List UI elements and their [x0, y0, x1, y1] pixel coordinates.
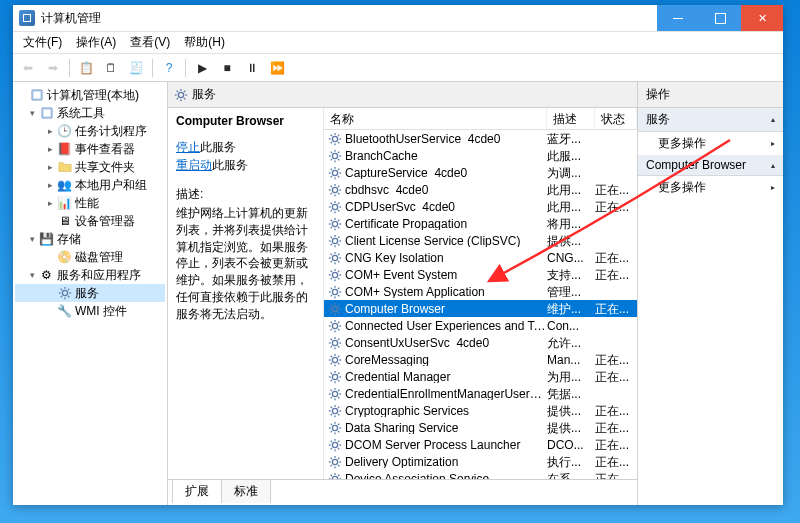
tree-sharedfolders[interactable]: ▸共享文件夹: [15, 158, 165, 176]
gear-icon: [327, 233, 342, 248]
service-row[interactable]: Certificate Propagation将用...: [324, 215, 637, 232]
service-row[interactable]: BluetoothUserService_4cde0蓝牙...: [324, 130, 637, 147]
restart-service-link[interactable]: 重启动: [176, 158, 212, 172]
service-name: Connected User Experiences and Teleme...: [345, 320, 547, 332]
service-desc: 允许...: [547, 337, 595, 349]
minimize-button[interactable]: [657, 5, 699, 31]
service-row[interactable]: DCOM Server Process LauncherDCO...正在...: [324, 436, 637, 453]
service-desc: 凭据...: [547, 388, 595, 400]
service-row[interactable]: BranchCache此服...: [324, 147, 637, 164]
tab-extended[interactable]: 扩展: [172, 479, 222, 503]
stop-icon[interactable]: ■: [216, 57, 238, 79]
col-desc[interactable]: 描述: [547, 108, 595, 129]
actions-section-browser[interactable]: Computer Browser▴: [638, 155, 783, 176]
help-icon[interactable]: ?: [158, 57, 180, 79]
service-row[interactable]: CoreMessagingMan...正在...: [324, 351, 637, 368]
service-detail: Computer Browser 停止此服务 重启动此服务 描述: 维护网络上计…: [168, 108, 323, 479]
service-row[interactable]: CNG Key IsolationCNG...正在...: [324, 249, 637, 266]
tree-eventviewer[interactable]: ▸📕事件查看器: [15, 140, 165, 158]
tree-services-apps[interactable]: ▾⚙服务和应用程序: [15, 266, 165, 284]
service-row[interactable]: Delivery Optimization执行...正在...: [324, 453, 637, 470]
restart-icon[interactable]: ⏩: [266, 57, 288, 79]
service-row[interactable]: Data Sharing Service提供...正在...: [324, 419, 637, 436]
service-name: Cryptographic Services: [345, 405, 547, 417]
service-desc: 管理...: [547, 286, 595, 298]
service-row[interactable]: Credential Manager为用...正在...: [324, 368, 637, 385]
menu-help[interactable]: 帮助(H): [178, 32, 231, 53]
service-row[interactable]: COM+ System Application管理...: [324, 283, 637, 300]
service-name: COM+ System Application: [345, 286, 547, 298]
gear-icon: [327, 403, 342, 418]
service-desc: 此用...: [547, 201, 595, 213]
service-desc: CNG...: [547, 252, 595, 264]
col-name[interactable]: 名称: [324, 108, 547, 129]
tree-diskmgmt[interactable]: 📀磁盘管理: [15, 248, 165, 266]
cut-icon[interactable]: 📋: [75, 57, 97, 79]
actions-more-1[interactable]: 更多操作▸: [638, 132, 783, 155]
service-desc: 在系...: [547, 473, 595, 480]
view-tabs: 扩展 标准: [168, 479, 637, 505]
service-desc: 执行...: [547, 456, 595, 468]
tab-standard[interactable]: 标准: [221, 479, 271, 503]
service-row[interactable]: Cryptographic Services提供...正在...: [324, 402, 637, 419]
service-name: Credential Manager: [345, 371, 547, 383]
service-name: ConsentUxUserSvc_4cde0: [345, 337, 547, 349]
service-row[interactable]: CDPUserSvc_4cde0此用...正在...: [324, 198, 637, 215]
back-icon[interactable]: ⬅: [17, 57, 39, 79]
collapse-icon: ▴: [771, 161, 775, 170]
tree-systools[interactable]: ▾ 系统工具: [15, 104, 165, 122]
tree-localusers[interactable]: ▸👥本地用户和组: [15, 176, 165, 194]
gear-icon: [327, 352, 342, 367]
tree-services[interactable]: 服务: [15, 284, 165, 302]
close-button[interactable]: [741, 5, 783, 31]
service-desc: 此服...: [547, 150, 595, 162]
service-row[interactable]: cbdhsvc_4cde0此用...正在...: [324, 181, 637, 198]
service-row[interactable]: CredentialEnrollmentManagerUserSvc_4c...…: [324, 385, 637, 402]
service-name: DCOM Server Process Launcher: [345, 439, 547, 451]
service-row[interactable]: Connected User Experiences and Teleme...…: [324, 317, 637, 334]
service-row[interactable]: ConsentUxUserSvc_4cde0允许...: [324, 334, 637, 351]
gear-icon: [327, 301, 342, 316]
gear-icon: [327, 454, 342, 469]
tree-devicemgr[interactable]: 🖥设备管理器: [15, 212, 165, 230]
gear-icon: [327, 148, 342, 163]
service-name: CNG Key Isolation: [345, 252, 547, 264]
service-status: 正在...: [595, 269, 637, 281]
forward-icon[interactable]: ➡: [42, 57, 64, 79]
actions-section-services[interactable]: 服务▴: [638, 108, 783, 132]
actions-more-2[interactable]: 更多操作▸: [638, 176, 783, 199]
service-row[interactable]: Device Association Service在系...正在...: [324, 470, 637, 479]
maximize-button[interactable]: [699, 5, 741, 31]
service-desc: Con...: [547, 320, 595, 332]
service-desc: 将用...: [547, 218, 595, 230]
gear-icon: [327, 199, 342, 214]
service-desc: DCO...: [547, 439, 595, 451]
service-row[interactable]: Computer Browser维护...正在...: [324, 300, 637, 317]
col-status[interactable]: 状态: [595, 108, 637, 129]
service-name: Data Sharing Service: [345, 422, 547, 434]
prop-icon[interactable]: 🧾: [125, 57, 147, 79]
menu-view[interactable]: 查看(V): [124, 32, 176, 53]
tree-storage[interactable]: ▾💾存储: [15, 230, 165, 248]
service-name: Device Association Service: [345, 473, 547, 480]
tree-performance[interactable]: ▸📊性能: [15, 194, 165, 212]
service-row[interactable]: CaptureService_4cde0为调...: [324, 164, 637, 181]
service-list: 名称 描述 状态 BluetoothUserService_4cde0蓝牙...…: [323, 108, 637, 479]
play-icon[interactable]: ▶: [191, 57, 213, 79]
pause-icon[interactable]: ⏸: [241, 57, 263, 79]
menu-action[interactable]: 操作(A): [70, 32, 122, 53]
stop-service-link[interactable]: 停止: [176, 140, 200, 154]
gear-icon: [327, 335, 342, 350]
tree-root[interactable]: 计算机管理(本地): [15, 86, 165, 104]
mid-panel: 服务 Computer Browser 停止此服务 重启动此服务 描述: 维护网…: [168, 82, 638, 505]
gear-icon: [327, 437, 342, 452]
tree-wmi[interactable]: 🔧WMI 控件: [15, 302, 165, 320]
service-row[interactable]: COM+ Event System支持...正在...: [324, 266, 637, 283]
service-status: 正在...: [595, 473, 637, 480]
list-icon[interactable]: 🗒: [100, 57, 122, 79]
tree-taskscheduler[interactable]: ▸🕒任务计划程序: [15, 122, 165, 140]
service-desc: 此用...: [547, 184, 595, 196]
service-row[interactable]: Client License Service (ClipSVC)提供...: [324, 232, 637, 249]
toolbar: ⬅ ➡ 📋 🗒 🧾 ? ▶ ■ ⏸ ⏩: [13, 54, 783, 82]
menu-file[interactable]: 文件(F): [17, 32, 68, 53]
